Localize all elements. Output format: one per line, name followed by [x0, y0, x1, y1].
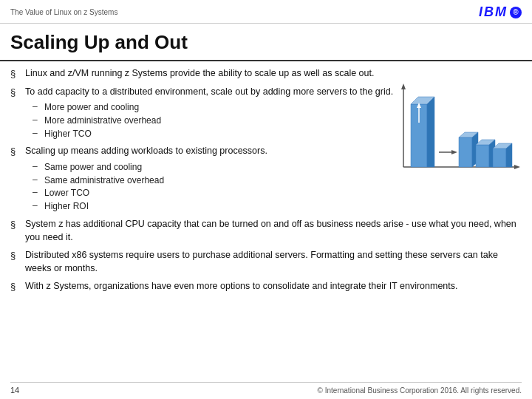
- bullet-marker-5: §: [10, 250, 22, 261]
- bullet-text-6: With z Systems, organizations have even …: [25, 280, 458, 293]
- slide-footer: 14 © International Business Corporation …: [10, 382, 522, 395]
- sub-text-2-0: More power and cooling: [44, 101, 139, 114]
- sub-dash-icon: –: [33, 174, 44, 185]
- bullet-item-1: § Linux and z/VM running z Systems provi…: [10, 67, 522, 81]
- bullet-section-1: § Linux and z/VM running z Systems provi…: [10, 67, 522, 81]
- bullet-section-6: § With z Systems, organizations have eve…: [10, 280, 522, 293]
- bullet-item-5: § Distributed x86 systems require users …: [10, 249, 522, 275]
- sub-dash-icon: –: [33, 115, 44, 125]
- svg-marker-3: [401, 83, 406, 89]
- bullet-marker-2: §: [10, 86, 22, 98]
- bullet-marker-4: §: [10, 219, 22, 230]
- bullet-section-4: § System z has additional CPU capacity t…: [10, 218, 522, 244]
- sub-dash-icon: –: [33, 101, 44, 112]
- ibm-wordmark: IBM: [479, 4, 508, 20]
- sub-dash-icon: –: [33, 161, 44, 171]
- bullet-text-5: Distributed x86 systems require users to…: [25, 249, 522, 275]
- bullet-item-4: § System z has additional CPU capacity t…: [10, 218, 522, 244]
- sub-text-2-1: More administrative overhead: [44, 115, 161, 127]
- bar-chart-diagram: [389, 82, 522, 178]
- svg-marker-2: [514, 165, 520, 169]
- svg-rect-7: [476, 145, 489, 167]
- bullet-marker-6: §: [10, 281, 22, 292]
- svg-marker-19: [451, 150, 457, 154]
- svg-marker-15: [427, 97, 434, 167]
- bullet-text-2: To add capacity to a distributed environ…: [25, 86, 393, 99]
- svg-rect-10: [493, 149, 506, 167]
- page-number: 14: [10, 386, 19, 395]
- ibm-logo: IBM ®: [479, 4, 522, 20]
- sub-dash-icon: –: [33, 187, 44, 197]
- sub-text-2-2: Higher TCO: [44, 128, 92, 140]
- svg-rect-4: [459, 137, 472, 167]
- sub-text-3-0: Same power and cooling: [44, 161, 142, 174]
- sub-text-3-1: Same administrative overhead: [44, 174, 164, 187]
- bullet-item-6: § With z Systems, organizations have eve…: [10, 280, 522, 293]
- sub-text-3-2: Lower TCO: [44, 187, 89, 200]
- main-content: § Linux and z/VM running z Systems provi…: [0, 67, 532, 293]
- bullet-text-3: Scaling up means adding workloads to exi…: [25, 145, 267, 158]
- bullet-section-5: § Distributed x86 systems require users …: [10, 249, 522, 275]
- sub-bullet-3-3: – Higher ROI: [33, 200, 522, 213]
- ibm-registered-icon: ®: [510, 7, 522, 18]
- sub-dash-icon: –: [33, 200, 44, 211]
- sub-dash-icon: –: [33, 128, 44, 138]
- slide-header: The Value of Linux on z Systems IBM ®: [0, 0, 532, 24]
- header-title: The Value of Linux on z Systems: [10, 8, 117, 16]
- sub-text-3-3: Higher ROI: [44, 200, 89, 213]
- sub-bullet-3-2: – Lower TCO: [33, 187, 522, 200]
- bullet-marker-3: §: [10, 146, 22, 157]
- slide-page: The Value of Linux on z Systems IBM ® Sc…: [0, 0, 532, 399]
- bar-chart-svg: [389, 82, 522, 178]
- bullet-marker-1: §: [10, 68, 22, 79]
- bullet-text-4: System z has additional CPU capacity tha…: [25, 218, 522, 244]
- bullet-text-1: Linux and z/VM running z Systems provide…: [25, 67, 374, 81]
- slide-title: Scaling Up and Out: [0, 24, 532, 61]
- copyright-text: © International Business Corporation 201…: [318, 386, 522, 395]
